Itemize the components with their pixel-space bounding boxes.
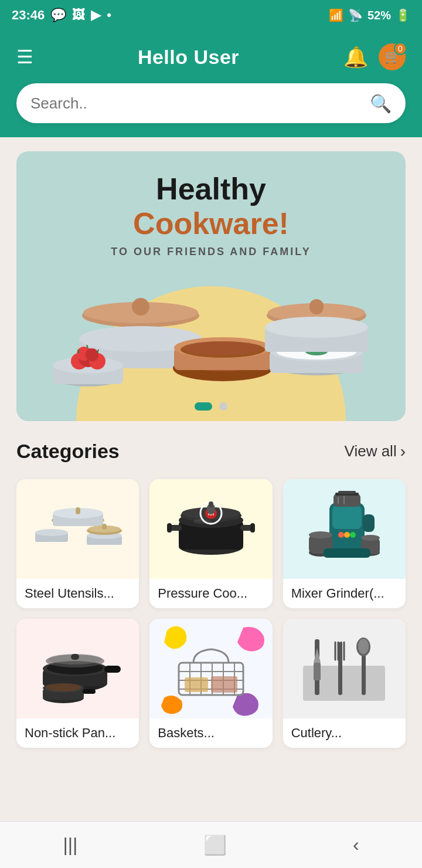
nav-menu-button[interactable]: ||| xyxy=(51,828,89,862)
youtube-icon: ▶ xyxy=(91,8,101,23)
wifi-icon: 📶 xyxy=(329,8,343,22)
categories-title: Categories xyxy=(16,440,120,463)
svg-point-78 xyxy=(350,532,356,538)
svg-point-71 xyxy=(309,531,332,538)
svg-rect-59 xyxy=(167,523,172,533)
svg-rect-64 xyxy=(332,506,362,529)
svg-rect-68 xyxy=(363,514,375,532)
category-label-nonstick: Non-stick Pan... xyxy=(16,718,139,748)
dot-2[interactable] xyxy=(219,402,227,411)
svg-point-93 xyxy=(46,683,81,691)
bottom-nav: ||| ⬜ ‹ xyxy=(0,821,422,868)
svg-marker-108 xyxy=(314,648,321,663)
svg-rect-19 xyxy=(309,299,324,314)
svg-rect-85 xyxy=(104,666,121,673)
status-right: 📶 📡 52% 🔋 xyxy=(329,8,410,22)
svg-rect-103 xyxy=(185,677,208,692)
category-card-nonstick[interactable]: Non-stick Pan... xyxy=(16,619,139,748)
categories-section: Categories View all › xyxy=(0,421,422,748)
svg-point-30 xyxy=(86,348,98,361)
category-label-cutlery: Cutlery... xyxy=(283,718,406,748)
category-image-pressure-cooker: HH xyxy=(149,479,272,579)
dot-1[interactable] xyxy=(195,402,212,411)
categories-grid: Steel Utensils... HH xyxy=(16,479,406,748)
svg-rect-67 xyxy=(338,491,356,494)
categories-header: Categories View all › xyxy=(16,440,406,463)
hamburger-menu[interactable]: ☰ xyxy=(16,46,33,68)
svg-rect-88 xyxy=(71,654,79,660)
category-card-mixer-grinder[interactable]: Mixer Grinder(... xyxy=(283,479,406,608)
svg-rect-114 xyxy=(362,651,366,695)
dot-icon: • xyxy=(107,8,111,23)
search-button[interactable]: 🔍 xyxy=(370,93,392,114)
search-input[interactable] xyxy=(30,94,370,113)
svg-rect-41 xyxy=(76,507,80,514)
banner-dots xyxy=(195,402,227,411)
banner-tagline: TO OUR FRIENDS AND FAMILY xyxy=(111,246,311,258)
time: 23:46 xyxy=(12,8,45,23)
category-image-cutlery xyxy=(283,619,406,718)
svg-point-74 xyxy=(361,535,380,541)
banner-section: Healthy Cookware! TO OUR FRIENDS AND FAM… xyxy=(0,137,422,421)
cookware-illustration xyxy=(16,263,406,404)
banner-headline: Healthy xyxy=(156,172,266,206)
svg-point-22 xyxy=(265,317,368,338)
image-icon: 🖼 xyxy=(72,8,85,23)
svg-point-76 xyxy=(338,532,344,538)
notification-bell-icon[interactable]: 🔔 xyxy=(343,45,368,69)
header: ☰ Hello User 🔔 🛒 0 xyxy=(0,30,422,83)
nav-back-button[interactable]: ‹ xyxy=(341,828,371,862)
category-label-pressure-cooker: Pressure Coo... xyxy=(149,579,272,608)
svg-rect-107 xyxy=(314,663,321,680)
svg-rect-61 xyxy=(250,523,255,533)
svg-rect-47 xyxy=(102,524,107,530)
category-card-cutlery[interactable]: Cutlery... xyxy=(283,619,406,748)
category-label-baskets: Baskets... xyxy=(149,718,272,748)
status-left: 23:46 💬 🖼 ▶ • xyxy=(12,8,111,23)
category-image-steel-utensils xyxy=(16,479,139,579)
battery-icon: 🔋 xyxy=(396,8,410,22)
svg-point-11 xyxy=(183,341,260,355)
svg-rect-65 xyxy=(333,494,360,507)
header-icons: 🔔 🛒 0 xyxy=(343,43,406,70)
search-bar: 🔍 xyxy=(16,83,406,123)
battery: 52% xyxy=(367,9,391,22)
cart-button[interactable]: 🛒 0 xyxy=(379,43,406,70)
category-image-mixer-grinder xyxy=(283,479,406,579)
svg-point-62 xyxy=(193,519,211,524)
svg-point-116 xyxy=(358,639,369,654)
signal-icon: 📡 xyxy=(348,8,363,22)
svg-point-77 xyxy=(344,532,350,538)
category-card-baskets[interactable]: Baskets... xyxy=(149,619,272,748)
search-container: 🔍 xyxy=(0,83,422,137)
svg-rect-92 xyxy=(83,689,96,694)
status-bar: 23:46 💬 🖼 ▶ • 📶 📡 52% 🔋 xyxy=(0,0,422,30)
header-title: Hello User xyxy=(138,46,239,69)
view-all-label: View all xyxy=(345,442,397,460)
svg-rect-57 xyxy=(209,501,213,507)
category-card-steel-utensils[interactable]: Steel Utensils... xyxy=(16,479,139,608)
banner-subheadline: Cookware! xyxy=(133,206,289,241)
category-label-steel-utensils: Steel Utensils... xyxy=(16,579,139,608)
cart-badge: 0 xyxy=(394,42,407,55)
svg-rect-104 xyxy=(211,676,237,693)
svg-rect-2 xyxy=(132,298,149,316)
whatsapp-icon: 💬 xyxy=(50,8,66,23)
view-all-button[interactable]: View all › xyxy=(345,442,406,461)
svg-point-40 xyxy=(35,529,68,536)
svg-rect-75 xyxy=(324,548,370,558)
category-image-nonstick xyxy=(16,619,139,718)
chevron-right-icon: › xyxy=(400,442,406,461)
category-image-baskets xyxy=(149,619,272,718)
banner: Healthy Cookware! TO OUR FRIENDS AND FAM… xyxy=(16,151,406,421)
nav-home-button[interactable]: ⬜ xyxy=(192,828,239,862)
category-label-mixer-grinder: Mixer Grinder(... xyxy=(283,579,406,608)
category-card-pressure-cooker[interactable]: HH Pressure Coo... xyxy=(149,479,272,608)
